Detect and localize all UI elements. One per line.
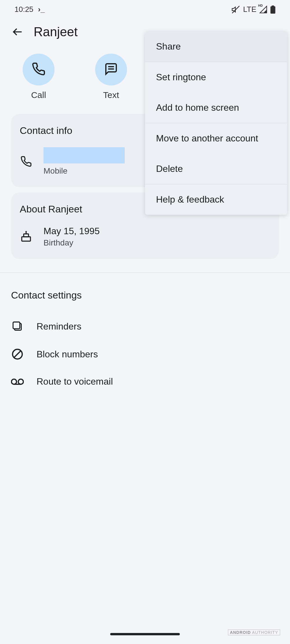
overflow-menu: Share Set ringtone Add to home screen Mo… <box>145 31 287 215</box>
call-label: Call <box>31 90 46 100</box>
svg-rect-11 <box>13 322 20 329</box>
text-action[interactable]: Text <box>95 54 127 100</box>
birthday-date: May 15, 1995 <box>44 226 100 237</box>
contact-settings-title: Contact settings <box>11 290 279 301</box>
block-item[interactable]: Block numbers <box>11 340 279 368</box>
block-icon <box>11 348 24 360</box>
svg-point-15 <box>18 379 23 384</box>
contact-name: Ranjeet <box>34 25 78 39</box>
phone-type: Mobile <box>44 166 125 176</box>
voicemail-icon <box>11 377 24 386</box>
contact-settings-section: Contact settings Reminders Block numbers… <box>0 273 290 404</box>
svg-rect-2 <box>272 6 274 7</box>
battery-icon <box>270 6 276 14</box>
phone-icon <box>20 156 32 167</box>
svg-rect-6 <box>22 237 30 241</box>
reminders-item[interactable]: Reminders <box>11 312 279 340</box>
voicemail-item[interactable]: Route to voicemail <box>11 368 279 395</box>
block-label: Block numbers <box>37 349 98 360</box>
call-action[interactable]: Call <box>23 54 55 100</box>
menu-set-ringtone[interactable]: Set ringtone <box>145 62 287 92</box>
phone-icon <box>32 62 46 77</box>
svg-line-13 <box>14 351 21 357</box>
network-label: LTE <box>243 5 256 14</box>
svg-point-14 <box>11 379 17 384</box>
menu-delete[interactable]: Delete <box>145 154 287 184</box>
back-button[interactable] <box>10 25 24 39</box>
phone-number-redacted <box>44 147 125 163</box>
signal-icon: HD <box>259 6 267 14</box>
status-bar: 10:25 ›_ LTE HD <box>0 0 290 19</box>
svg-point-9 <box>26 231 26 232</box>
menu-add-home[interactable]: Add to home screen <box>145 92 287 123</box>
mute-icon <box>231 5 240 14</box>
svg-rect-1 <box>271 6 276 13</box>
reminders-icon <box>11 321 24 332</box>
nav-pill[interactable] <box>110 633 180 635</box>
terminal-icon: ›_ <box>38 5 45 14</box>
birthday-label: Birthday <box>44 238 100 248</box>
reminders-label: Reminders <box>37 321 81 332</box>
menu-help[interactable]: Help & feedback <box>145 184 287 215</box>
text-icon <box>104 62 118 77</box>
text-label: Text <box>103 90 119 100</box>
voicemail-label: Route to voicemail <box>37 376 113 387</box>
watermark: ANDROID AUTHORITY <box>228 630 280 635</box>
birthday-row[interactable]: May 15, 1995 Birthday <box>20 223 270 248</box>
menu-move-account[interactable]: Move to another account <box>145 123 287 154</box>
cake-icon <box>20 231 32 243</box>
svg-rect-7 <box>24 234 29 237</box>
status-time: 10:25 <box>14 5 33 14</box>
menu-share[interactable]: Share <box>145 31 287 62</box>
